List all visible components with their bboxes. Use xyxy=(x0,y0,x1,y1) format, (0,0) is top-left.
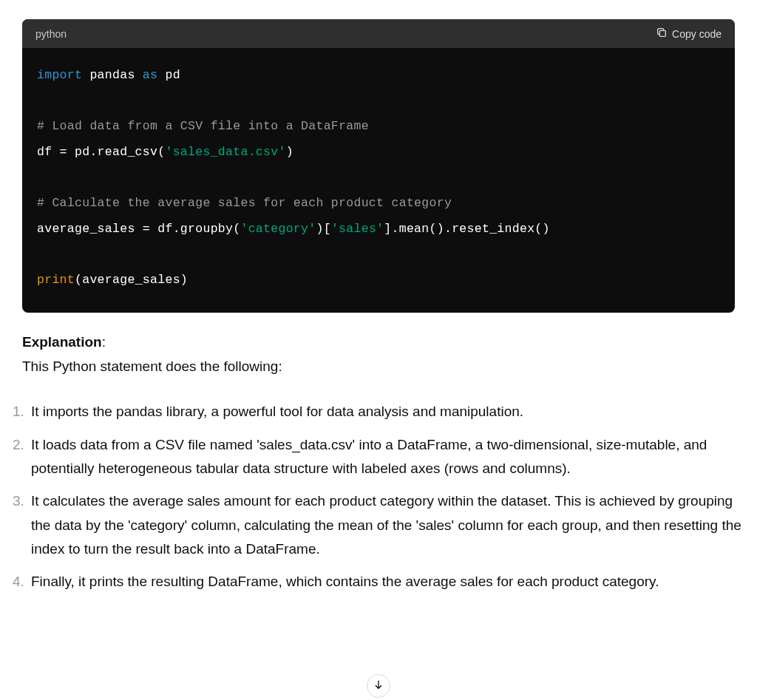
code-token: # Calculate the average sales for each p… xyxy=(37,196,452,210)
code-content[interactable]: import pandas as pd # Load data from a C… xyxy=(22,48,735,313)
explanation-list: It imports the pandas library, a powerfu… xyxy=(7,400,750,594)
code-token: average_sales = df.groupby( xyxy=(37,222,240,236)
code-language-label: python xyxy=(35,28,67,40)
code-token: df = pd.read_csv( xyxy=(37,145,165,159)
list-item: It imports the pandas library, a powerfu… xyxy=(28,400,750,424)
clipboard-icon xyxy=(656,27,668,41)
copy-code-label: Copy code xyxy=(672,28,722,40)
code-token: pd xyxy=(157,68,180,82)
explanation-intro: This Python statement does the following… xyxy=(22,355,735,378)
svg-rect-0 xyxy=(659,30,665,36)
code-token: as xyxy=(143,68,157,82)
code-token: )[ xyxy=(316,222,330,236)
code-token: 'sales' xyxy=(331,222,384,236)
code-token: 'sales_data.csv' xyxy=(165,145,285,159)
code-token: pandas xyxy=(82,68,143,82)
code-block: python Copy code import pandas as pd # L… xyxy=(22,19,735,313)
code-token: 'category' xyxy=(240,222,316,236)
copy-code-button[interactable]: Copy code xyxy=(656,27,722,41)
code-token: print xyxy=(37,273,75,287)
explanation-label: Explanation xyxy=(22,334,102,350)
list-item: It loads data from a CSV file named 'sal… xyxy=(28,433,750,481)
explanation-section: Explanation: This Python statement does … xyxy=(22,330,735,378)
code-token: # Load data from a CSV file into a DataF… xyxy=(37,119,369,133)
list-item: It calculates the average sales amount f… xyxy=(28,489,750,561)
list-item: Finally, it prints the resulting DataFra… xyxy=(28,570,750,594)
code-token: (average_sales) xyxy=(75,273,188,287)
explanation-heading: Explanation: xyxy=(22,330,735,353)
explanation-colon: : xyxy=(102,334,106,350)
code-header: python Copy code xyxy=(22,19,735,48)
code-token: ].mean().reset_index() xyxy=(384,222,549,236)
code-token: ) xyxy=(286,145,293,159)
code-token: import xyxy=(37,68,82,82)
